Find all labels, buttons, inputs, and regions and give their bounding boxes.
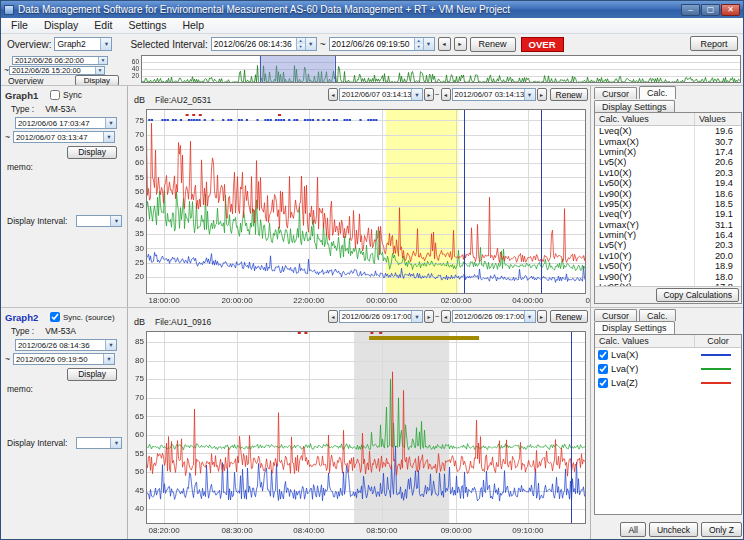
copy-calculations-button[interactable]: Copy Calculations <box>656 288 739 302</box>
series-checkbox[interactable] <box>598 350 608 360</box>
chevron-down-icon[interactable]: ▼ <box>98 57 107 64</box>
cursor-back-button[interactable]: ◄ <box>441 88 451 101</box>
series-label: Lva(Y) <box>608 364 701 374</box>
menu-display[interactable]: Display <box>36 18 86 33</box>
graph2-tab-cursor[interactable]: Cursor <box>594 309 637 321</box>
overview-start-input[interactable]: 2012/06/26 06:20:00 ▼ <box>12 56 108 65</box>
graph1-sidebar: Graph1 Sync Type : VM-53A 2012/06/06 17:… <box>1 86 128 307</box>
overview-label: Overview: <box>7 39 51 50</box>
graph2-end-input[interactable]: 2012/06/26 09:19:50 ▼ <box>13 353 115 365</box>
graph1-tab-cursor[interactable]: Cursor <box>594 87 637 99</box>
cursor-forward-button[interactable]: ► <box>537 88 547 101</box>
spinner-down-icon[interactable]: ▾ <box>297 44 305 50</box>
chevron-down-icon[interactable]: ▼ <box>95 67 104 74</box>
ds-header-name: Calc. Values <box>595 335 695 347</box>
overview-strip-chart[interactable] <box>128 54 743 85</box>
chevron-down-icon[interactable]: ▼ <box>524 89 535 100</box>
cursor-back-button[interactable]: ◄ <box>328 88 338 101</box>
report-button[interactable]: Report <box>690 36 738 51</box>
graph2-cursor-start-input[interactable]: 2012/06/26 09:17:00 ▼ <box>339 310 423 323</box>
graph2-chart-canvas[interactable] <box>128 328 590 540</box>
chevron-down-icon[interactable]: ▼ <box>305 38 316 50</box>
display-interval-select[interactable]: ▼ <box>76 215 122 227</box>
minimize-button[interactable]: – <box>681 4 700 16</box>
graph1-cursor-start-input[interactable]: 2012/06/07 03:14:13 ▼ <box>339 88 423 101</box>
chevron-down-icon[interactable]: ▼ <box>103 132 114 142</box>
renew-button[interactable]: Renew <box>470 37 516 52</box>
step-forward-button[interactable]: ► <box>454 37 467 51</box>
graph2-section: Graph2 Sync. (source) Type : VM-53A 2012… <box>1 307 744 540</box>
chevron-down-icon[interactable]: ▼ <box>411 89 422 100</box>
graph1-cursor-end-input[interactable]: 2012/06/07 03:14:13 ▼ <box>452 88 536 101</box>
series-label: Lva(X) <box>608 350 701 360</box>
calc-table-row: Lveq(Y)19.1 <box>595 209 741 219</box>
graph2-display-button[interactable]: Display <box>67 368 117 381</box>
step-back-button[interactable]: ◄ <box>438 37 451 51</box>
overview-end-input[interactable]: 2012/06/26 15:20:00 ▼ <box>9 66 105 75</box>
cursor-forward-button[interactable]: ► <box>537 310 547 323</box>
cursor-back-button[interactable]: ◄ <box>328 310 338 323</box>
interval-end-input[interactable]: 2012/06/26 09:19:50 ▴▾ ▼ <box>329 37 435 51</box>
graph2-start-input[interactable]: 2012/06/26 08:14:36 ▼ <box>15 339 117 351</box>
graph2-chart-header: dB File:AU1_0916 ◄ 2012/06/26 09:17:00 ▼… <box>128 308 590 328</box>
graph1-display-button[interactable]: Display <box>67 146 117 159</box>
chevron-down-icon[interactable]: ▼ <box>105 118 116 128</box>
menu-settings[interactable]: Settings <box>120 18 174 33</box>
display-interval-select[interactable]: ▼ <box>76 437 122 449</box>
graph2-sync-checkbox[interactable] <box>50 312 60 322</box>
calc-table-row: Lvmax(Y)31.1 <box>595 220 741 230</box>
graph2-cursor-end-input[interactable]: 2012/06/26 09:17:00 ▼ <box>452 310 536 323</box>
cursor-forward-button[interactable]: ► <box>424 88 434 101</box>
db-axis-label: dB <box>134 317 145 327</box>
graph2-tab-display-settings[interactable]: Display Settings <box>594 321 675 334</box>
graph1-end-input[interactable]: 2012/06/07 03:13:47 ▼ <box>13 131 115 143</box>
only-z-button[interactable]: Only Z <box>701 522 742 537</box>
chevron-down-icon[interactable]: ▼ <box>411 311 422 322</box>
graph1-start-input[interactable]: 2012/06/06 17:03:47 ▼ <box>15 117 117 129</box>
chevron-down-icon[interactable]: ▼ <box>110 216 121 226</box>
over-indicator: OVER <box>521 37 564 52</box>
graph1-tab-calc[interactable]: Calc. <box>639 86 676 99</box>
ds-header-color: Color <box>695 336 741 346</box>
graph1-chart-canvas[interactable] <box>128 106 590 308</box>
calc-value: 31.1 <box>695 220 741 230</box>
series-color-swatch <box>701 368 731 370</box>
cursor-forward-button[interactable]: ► <box>424 310 434 323</box>
graph2-tab-calc[interactable]: Calc. <box>639 309 676 321</box>
calc-table-row: Lv5(X)20.6 <box>595 157 741 167</box>
series-checkbox[interactable] <box>598 378 608 388</box>
overview-graph-value: Graph2 <box>55 39 100 49</box>
graph2-title: Graph2 <box>5 312 47 323</box>
menu-help[interactable]: Help <box>174 18 212 33</box>
series-checkbox[interactable] <box>598 364 608 374</box>
close-button[interactable]: ✕ <box>721 4 740 16</box>
graph1-sync-checkbox[interactable] <box>50 90 60 100</box>
uncheck-button[interactable]: Uncheck <box>649 522 698 537</box>
calc-value: 18.0 <box>695 272 741 282</box>
all-button[interactable]: All <box>620 522 645 537</box>
cursor-start-value: 2012/06/26 09:17:00 <box>340 312 411 321</box>
chevron-down-icon[interactable]: ▼ <box>423 38 434 50</box>
chevron-down-icon[interactable]: ▼ <box>100 38 111 50</box>
calc-table-footer: Copy Calculations <box>595 286 741 303</box>
calc-value: 17.4 <box>695 147 741 157</box>
interval-start-input[interactable]: 2012/06/26 08:14:36 ▴▾ ▼ <box>211 37 317 51</box>
spinner-down-icon[interactable]: ▾ <box>415 44 423 50</box>
graph1-renew-button[interactable]: Renew <box>550 88 588 101</box>
graph2-renew-button[interactable]: Renew <box>550 310 588 323</box>
spinner[interactable]: ▴▾ <box>414 38 423 50</box>
chevron-down-icon[interactable]: ▼ <box>524 311 535 322</box>
chevron-down-icon[interactable]: ▼ <box>110 438 121 448</box>
cursor-back-button[interactable]: ◄ <box>441 310 451 323</box>
graph2-right-panel: Cursor Calc. Display Settings Calc. Valu… <box>590 308 744 540</box>
chevron-down-icon[interactable]: ▼ <box>103 354 114 364</box>
menu-edit[interactable]: Edit <box>86 18 120 33</box>
display-settings-panel: Calc. Values Color Lva(X)Lva(Y)Lva(Z) <box>594 334 742 515</box>
calc-name: Lv10(Y) <box>595 251 695 261</box>
overview-graph-select[interactable]: Graph2 ▼ <box>54 37 112 51</box>
chevron-down-icon[interactable]: ▼ <box>105 340 116 350</box>
spinner[interactable]: ▴▾ <box>296 38 305 50</box>
graph1-tab-display-settings[interactable]: Display Settings <box>594 100 675 112</box>
menu-file[interactable]: File <box>3 18 36 33</box>
maximize-button[interactable]: ▢ <box>701 4 720 16</box>
